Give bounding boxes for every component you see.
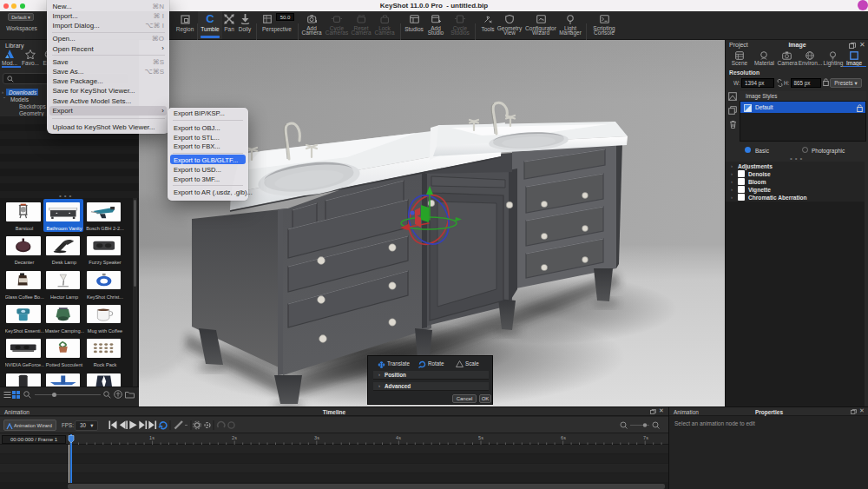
svg-text:2s: 2s <box>232 435 237 440</box>
svg-text:5s: 5s <box>478 435 483 440</box>
svg-text:7s: 7s <box>643 435 648 440</box>
svg-text:6s: 6s <box>561 435 566 440</box>
svg-text:1s: 1s <box>149 435 155 440</box>
svg-text:3s: 3s <box>314 435 319 440</box>
svg-text:4s: 4s <box>396 435 401 440</box>
